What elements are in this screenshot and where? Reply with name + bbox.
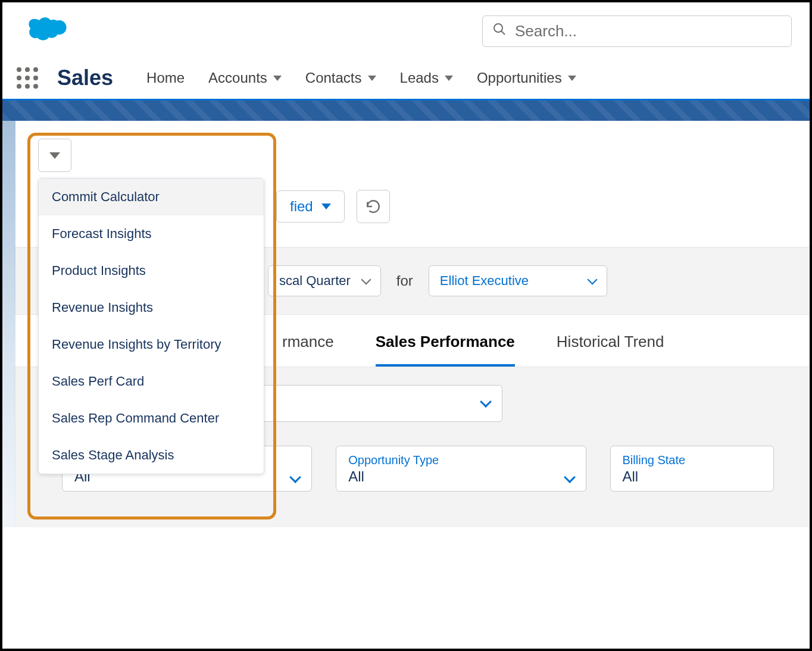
chevron-down-icon xyxy=(445,76,453,81)
menu-item-sales-perf-card[interactable]: Sales Perf Card xyxy=(39,363,264,400)
tab-sales-performance[interactable]: Sales Performance xyxy=(376,333,515,367)
menu-item-product-insights[interactable]: Product Insights xyxy=(39,252,264,289)
menu-item-revenue-insights-territory[interactable]: Revenue Insights by Territory xyxy=(39,326,264,363)
salesforce-logo xyxy=(20,13,68,49)
menu-item-sales-rep-command-center[interactable]: Sales Rep Command Center xyxy=(39,400,264,437)
global-header: Search... xyxy=(2,2,810,55)
nav-bar: Sales Home Accounts Contacts Leads Oppor… xyxy=(2,55,810,101)
app-launcher-icon[interactable] xyxy=(17,67,38,89)
filter-opportunity-type[interactable]: Opportunity Type All xyxy=(336,446,586,492)
global-search[interactable]: Search... xyxy=(482,15,792,47)
triangle-down-icon xyxy=(321,204,331,209)
chevron-down-icon xyxy=(289,471,301,483)
menu-item-revenue-insights[interactable]: Revenue Insights xyxy=(39,289,264,326)
period-selector[interactable]: scal Quarter xyxy=(268,265,381,296)
nav-item-leads[interactable]: Leads xyxy=(400,70,453,86)
chevron-down-icon xyxy=(368,76,376,81)
nav-item-opportunities[interactable]: Opportunities xyxy=(477,70,576,86)
chevron-down-icon xyxy=(587,275,597,285)
menu-item-forecast-insights[interactable]: Forecast Insights xyxy=(39,215,264,252)
tab-historical-trend[interactable]: Historical Trend xyxy=(557,333,664,367)
for-label: for xyxy=(396,273,413,289)
triangle-down-icon xyxy=(49,152,60,159)
app-name: Sales xyxy=(57,65,113,90)
svg-point-0 xyxy=(494,24,502,32)
texture-bar xyxy=(2,101,810,121)
filter-billing-state[interactable]: Billing State All xyxy=(610,446,774,492)
left-gradient xyxy=(2,121,15,527)
chevron-down-icon xyxy=(568,76,576,81)
menu-item-commit-calculator[interactable]: Commit Calculator xyxy=(39,179,264,215)
chevron-down-icon xyxy=(564,471,576,483)
search-placeholder: Search... xyxy=(515,22,577,40)
tab-partial-rmance[interactable]: rmance xyxy=(282,333,334,367)
chevron-down-icon xyxy=(273,76,282,81)
search-icon xyxy=(492,22,507,40)
nav-item-accounts[interactable]: Accounts xyxy=(208,70,282,86)
user-selector[interactable]: Elliot Executive xyxy=(429,265,607,296)
dashboard-picker-trigger[interactable] xyxy=(38,139,71,172)
chevron-down-icon xyxy=(480,396,492,408)
chevron-down-icon xyxy=(361,275,371,285)
filter-pill[interactable]: fied xyxy=(276,190,345,223)
content-area: Commit Calculator Forecast Insights Prod… xyxy=(2,121,810,527)
refresh-button[interactable] xyxy=(357,190,390,223)
nav-item-contacts[interactable]: Contacts xyxy=(305,70,376,86)
menu-item-sales-stage-analysis[interactable]: Sales Stage Analysis xyxy=(39,437,264,474)
dashboard-picker-menu: Commit Calculator Forecast Insights Prod… xyxy=(38,178,264,474)
nav-item-home[interactable]: Home xyxy=(146,70,185,86)
svg-line-1 xyxy=(501,31,505,35)
